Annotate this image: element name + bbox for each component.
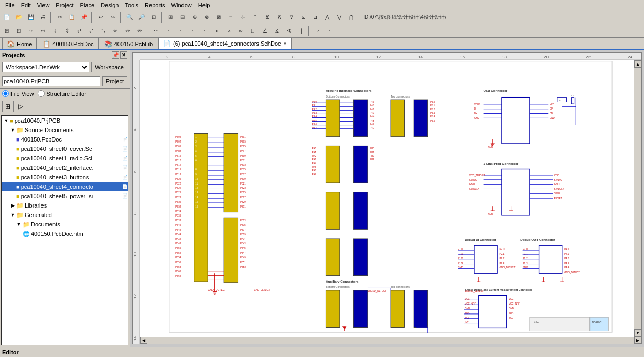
tab-pcblib[interactable]: 📚 400150.PcbLib bbox=[100, 38, 157, 49]
scroll-right-btn[interactable]: ▶ bbox=[634, 337, 641, 344]
tb-b15[interactable]: ⋁ bbox=[334, 12, 345, 23]
menu-project[interactable]: Project bbox=[52, 2, 77, 9]
tb-b1[interactable]: ⊞ bbox=[165, 12, 176, 23]
tb2-b1[interactable]: ⊞ bbox=[1, 25, 13, 37]
tb-b13[interactable]: ⊿ bbox=[309, 12, 321, 23]
project-button[interactable]: Project bbox=[102, 76, 127, 86]
panel-pin[interactable]: 📌 bbox=[112, 51, 119, 59]
menu-reports[interactable]: Reports bbox=[142, 2, 168, 9]
tree-item-sheet0[interactable]: ■ pca10040_sheet0_cover.Sc 📄 bbox=[2, 144, 128, 154]
menu-place[interactable]: Place bbox=[77, 2, 98, 9]
tree-item-source[interactable]: ▼ 📁 Source Documents bbox=[2, 125, 128, 135]
tb-b6[interactable]: ≡ bbox=[225, 12, 237, 23]
collapse-generated[interactable]: ▼ bbox=[10, 212, 15, 218]
collapse-project[interactable]: ▼ bbox=[4, 118, 9, 123]
tb2-b9[interactable]: ⇋ bbox=[98, 25, 109, 37]
tb-b10[interactable]: ⊼ bbox=[273, 12, 285, 23]
tb-b12[interactable]: ⊾ bbox=[297, 12, 309, 23]
radio-structure-editor[interactable]: Structure Editor bbox=[38, 90, 86, 97]
tb2-b13[interactable]: ⋯ bbox=[151, 25, 162, 37]
tb-print[interactable]: 🖨 bbox=[37, 12, 49, 23]
tree-item-pcbdoc[interactable]: ■ 400150.PcbDoc 📄 bbox=[2, 135, 128, 144]
tb2-b11[interactable]: ⇏ bbox=[122, 25, 133, 37]
tb2-b7[interactable]: ⇄ bbox=[73, 25, 85, 37]
tb-open[interactable]: 📂 bbox=[13, 12, 25, 23]
hscrollbar[interactable]: ◀ ▶ bbox=[140, 337, 641, 344]
scroll-left-btn[interactable]: ◀ bbox=[140, 337, 147, 344]
tb2-b22[interactable]: ∠ bbox=[259, 25, 271, 37]
tb-redo[interactable]: ↪ bbox=[107, 12, 119, 23]
tb2-b24[interactable]: ∢ bbox=[283, 25, 295, 37]
view-btn-1[interactable]: ⊞ bbox=[2, 101, 14, 112]
tb-b3[interactable]: ⊕ bbox=[189, 12, 200, 23]
tb-b11[interactable]: ⊽ bbox=[285, 12, 297, 23]
menu-view[interactable]: View bbox=[34, 2, 53, 9]
tb2-b12[interactable]: ⇎ bbox=[134, 25, 145, 37]
tb2-b16[interactable]: ⋱ bbox=[187, 25, 198, 37]
tb2-b14[interactable]: ⋮ bbox=[163, 25, 174, 37]
tb-b7[interactable]: ⊹ bbox=[237, 12, 249, 23]
tb-b5[interactable]: ⊠ bbox=[213, 12, 224, 23]
menu-help[interactable]: Help bbox=[195, 2, 213, 9]
collapse-source[interactable]: ▼ bbox=[10, 127, 15, 133]
menu-window[interactable]: Window bbox=[168, 2, 195, 9]
tb2-b8[interactable]: ⇌ bbox=[85, 25, 97, 37]
tb2-b15[interactable]: ⋰ bbox=[175, 25, 186, 37]
menu-edit[interactable]: Edit bbox=[18, 2, 34, 9]
tb2-b21[interactable]: ∟ bbox=[247, 25, 259, 37]
tb-fit[interactable]: ⊡ bbox=[148, 12, 159, 23]
tb-copy[interactable]: 📋 bbox=[66, 12, 78, 23]
tb2-b23[interactable]: ∡ bbox=[271, 25, 283, 37]
menu-tools[interactable]: Tools bbox=[122, 2, 142, 9]
tree-item-sheet1[interactable]: ■ pca10040_sheet1_radio.Scl 📄 bbox=[2, 154, 128, 163]
tb-paste[interactable]: 📌 bbox=[78, 12, 90, 23]
tb-new[interactable]: 📄 bbox=[1, 12, 13, 23]
tree-item-libraries[interactable]: ▶ 📁 Libraries bbox=[2, 201, 128, 210]
scroll-down-btn[interactable]: ▼ bbox=[634, 329, 641, 337]
tab-schdoc[interactable]: 📄 (6) pca10040_sheet4_connectors.SchDoc … bbox=[158, 38, 292, 49]
tb-undo[interactable]: ↩ bbox=[95, 12, 106, 23]
tab-pcbdoc[interactable]: 📋 400150.PcbDoc bbox=[38, 38, 98, 49]
panel-close[interactable]: ✕ bbox=[120, 51, 127, 59]
tb2-b10[interactable]: ⇍ bbox=[110, 25, 121, 37]
tb-b8[interactable]: ⊺ bbox=[249, 12, 261, 23]
tb-zoom-out[interactable]: 🔎 bbox=[136, 12, 147, 23]
scroll-track-h[interactable] bbox=[147, 337, 634, 344]
collapse-documents[interactable]: ▼ bbox=[16, 222, 22, 227]
vscrollbar[interactable]: ▲ ▼ bbox=[634, 60, 641, 337]
tree-item-sheet4[interactable]: ■ pca10040_sheet4_connecto 📄 bbox=[2, 182, 128, 191]
tb-zoom-in[interactable]: 🔍 bbox=[124, 12, 135, 23]
tb2-b17[interactable]: ∙ bbox=[199, 25, 210, 37]
tb-b16[interactable]: ⋂ bbox=[346, 12, 357, 23]
schematic-canvas[interactable]: 2 4 6 8 10 12 14 16 18 20 22 24 bbox=[132, 52, 642, 344]
scroll-up-btn[interactable]: ▲ bbox=[634, 60, 641, 68]
tree-item-sheet3[interactable]: ■ pca10040_sheet3_buttons_ 📄 bbox=[2, 172, 128, 182]
collapse-libraries[interactable]: ▶ bbox=[10, 203, 15, 208]
project-input[interactable] bbox=[2, 76, 100, 86]
workspace-button[interactable]: Workspace bbox=[91, 62, 127, 72]
tb2-b25[interactable]: ∣ bbox=[295, 25, 307, 37]
tb-b9[interactable]: ⊻ bbox=[261, 12, 273, 23]
tb-cut[interactable]: ✂ bbox=[54, 12, 66, 23]
tree-area[interactable]: ▼ ■ pca10040.PrjPCB ▼ 📁 Source Documents… bbox=[1, 115, 128, 345]
tree-item-project[interactable]: ▼ ■ pca10040.PrjPCB bbox=[2, 116, 128, 125]
tb2-b2[interactable]: ⊡ bbox=[13, 25, 25, 37]
tb-b2[interactable]: ⊟ bbox=[177, 12, 188, 23]
menu-file[interactable]: File bbox=[2, 2, 18, 9]
view-btn-2[interactable]: ▷ bbox=[15, 101, 26, 112]
tree-item-documents[interactable]: ▼ 📁 Documents bbox=[2, 220, 128, 229]
tab-home[interactable]: 🏠 Home bbox=[2, 38, 37, 49]
radio-file-view[interactable]: File View bbox=[2, 90, 34, 97]
tree-item-sheet2[interactable]: ■ pca10040_sheet2_interface. 📄 bbox=[2, 163, 128, 172]
tb2-b4[interactable]: ⇔ bbox=[37, 25, 49, 37]
tb2-b26[interactable]: ∤ bbox=[312, 25, 324, 37]
tree-item-pcbdochtml[interactable]: 🌐 400150.PcbDoc.htm bbox=[2, 229, 128, 239]
scroll-track-v[interactable] bbox=[634, 68, 641, 329]
tb2-b20[interactable]: ∞ bbox=[235, 25, 246, 37]
tb2-b5[interactable]: ↕ bbox=[49, 25, 61, 37]
menu-design[interactable]: Design bbox=[98, 2, 122, 9]
workspace-dropdown[interactable]: Workspace1.DsnWrk bbox=[2, 62, 89, 72]
tb2-b27[interactable]: ⋮ bbox=[324, 25, 336, 37]
tb2-b6[interactable]: ⇕ bbox=[61, 25, 73, 37]
tb-b14[interactable]: ⋀ bbox=[321, 12, 333, 23]
